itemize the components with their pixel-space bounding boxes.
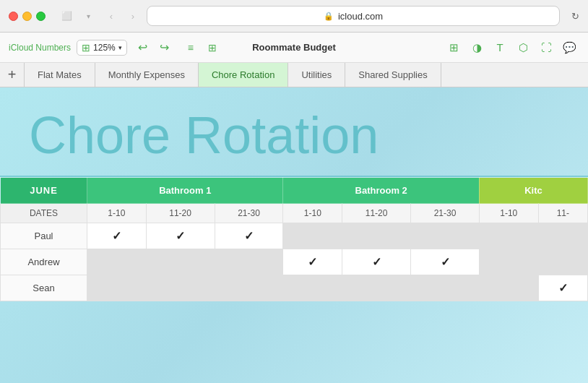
date-b1-1: 1-10 <box>87 204 147 223</box>
list-format-icon[interactable]: ≡ <box>181 38 201 58</box>
andrew-k1[interactable] <box>479 249 538 275</box>
title-bar: ⬜ ▾ ‹ › 🔒 icloud.com ↻ <box>0 0 588 32</box>
paul-k2[interactable] <box>538 223 587 249</box>
sean-b2-1[interactable] <box>283 275 342 301</box>
page-title: Chore Rotation <box>0 87 588 176</box>
andrew-row: Andrew <box>1 249 588 275</box>
paul-b1-2[interactable] <box>146 223 215 249</box>
andrew-name: Andrew <box>1 249 87 275</box>
sean-b2-3[interactable] <box>411 275 480 301</box>
add-sheet-button[interactable]: + <box>0 63 25 87</box>
app-right-controls: ⊞ ◑ T ⬡ ⛶ 💬 <box>444 38 579 58</box>
tab-monthly-expenses[interactable]: Monthly Expenses <box>95 63 199 87</box>
sean-b1-3[interactable] <box>215 275 283 301</box>
andrew-b2-3[interactable] <box>411 249 480 275</box>
tab-utilities[interactable]: Utilities <box>288 63 345 87</box>
traffic-lights <box>9 12 46 21</box>
minimize-button[interactable] <box>22 12 32 21</box>
insert-text-icon[interactable]: T <box>490 38 510 58</box>
address-bar[interactable]: 🔒 icloud.com <box>147 6 560 26</box>
app-brand: iCloud Numbers <box>9 43 71 53</box>
andrew-k2[interactable] <box>538 249 587 275</box>
insert-shape-icon[interactable]: ⬡ <box>513 38 533 58</box>
zoom-chevron-icon: ▾ <box>118 44 122 51</box>
close-button[interactable] <box>9 12 18 21</box>
dates-label: DATES <box>1 204 87 223</box>
andrew-b1-2[interactable] <box>146 249 215 275</box>
app-toolbar: iCloud Numbers ⊞ 125% ▾ ↩ ↪ ≡ ⊞ Roommate… <box>0 33 588 63</box>
paul-name: Paul <box>1 223 87 249</box>
date-b1-3: 21-30 <box>215 204 283 223</box>
app-left-controls: iCloud Numbers ⊞ 125% ▾ ↩ ↪ ≡ ⊞ <box>9 38 222 58</box>
back-button[interactable]: ‹ <box>103 9 119 22</box>
tab-flat-mates[interactable]: Flat Mates <box>25 63 95 87</box>
paul-b2-1[interactable] <box>283 223 342 249</box>
maximize-button[interactable] <box>36 12 46 21</box>
lock-icon: 🔒 <box>324 12 334 21</box>
sean-b1-2[interactable] <box>146 275 215 301</box>
table-format-icon[interactable]: ⊞ <box>202 38 222 58</box>
sheets-bar: + Flat Mates Monthly Expenses Chore Rota… <box>0 63 588 87</box>
andrew-b2-2[interactable] <box>342 249 411 275</box>
andrew-b2-1[interactable] <box>283 249 342 275</box>
chore-table-wrapper: JUNE Bathroom 1 Bathroom 2 Kitc DATES 1-… <box>0 177 588 301</box>
paul-row: Paul <box>1 223 588 249</box>
undo-button[interactable]: ↩ <box>133 38 153 58</box>
andrew-b1-1[interactable] <box>87 249 147 275</box>
window-chevron-icon[interactable]: ▾ <box>79 9 98 22</box>
sean-name: Sean <box>1 275 87 301</box>
insert-table-icon[interactable]: ⊞ <box>444 38 464 58</box>
paul-b1-3[interactable] <box>215 223 283 249</box>
format-toolbar-group: ≡ ⊞ <box>181 38 222 58</box>
insert-media-icon[interactable]: ⛶ <box>536 38 556 58</box>
insert-comment-icon[interactable]: 💬 <box>559 38 579 58</box>
sean-b2-2[interactable] <box>342 275 411 301</box>
sean-k1[interactable] <box>479 275 538 301</box>
date-b1-2: 11-20 <box>146 204 215 223</box>
sidebar-toggle-icon[interactable]: ⬜ <box>57 9 76 22</box>
date-b2-1: 1-10 <box>283 204 342 223</box>
left-toolbar-group: ↩ ↪ <box>133 38 175 58</box>
reload-button[interactable]: ↻ <box>571 11 579 22</box>
paul-b1-1[interactable] <box>87 223 147 249</box>
sean-b1-1[interactable] <box>87 275 147 301</box>
tab-chore-rotation[interactable]: Chore Rotation <box>199 63 288 87</box>
insert-chart-icon[interactable]: ◑ <box>467 38 487 58</box>
sean-k2[interactable] <box>538 275 587 301</box>
paul-b2-3[interactable] <box>411 223 480 249</box>
forward-button[interactable]: › <box>125 9 141 22</box>
window-controls: ⬜ ▾ <box>57 9 98 22</box>
date-k1: 1-10 <box>479 204 538 223</box>
chore-table: JUNE Bathroom 1 Bathroom 2 Kitc DATES 1-… <box>0 177 588 301</box>
dates-row: DATES 1-10 11-20 21-30 1-10 11-20 21-30 … <box>1 204 588 223</box>
kitchen-header: Kitc <box>479 178 587 204</box>
bathroom1-header: Bathroom 1 <box>87 178 283 204</box>
paul-k1[interactable] <box>479 223 538 249</box>
bathroom2-header: Bathroom 2 <box>283 178 479 204</box>
sean-row: Sean <box>1 275 588 301</box>
app-title: Roommate Budget <box>252 42 336 53</box>
browser-chrome: ⬜ ▾ ‹ › 🔒 icloud.com ↻ <box>0 0 588 33</box>
zoom-control[interactable]: ⊞ 125% ▾ <box>77 40 127 56</box>
date-b2-2: 11-20 <box>342 204 411 223</box>
month-header: JUNE <box>1 178 87 204</box>
andrew-b1-3[interactable] <box>215 249 283 275</box>
table-header-row: JUNE Bathroom 1 Bathroom 2 Kitc <box>1 178 588 204</box>
main-content: Chore Rotation JUNE Bathroom 1 Bathroom … <box>0 87 588 383</box>
tab-shared-supplies[interactable]: Shared Supplies <box>345 63 441 87</box>
redo-button[interactable]: ↪ <box>155 38 175 58</box>
paul-b2-2[interactable] <box>342 223 411 249</box>
zoom-label: 125% <box>93 43 116 53</box>
url-text: icloud.com <box>338 11 383 22</box>
table-icon: ⊞ <box>82 42 90 53</box>
date-k2: 11- <box>538 204 587 223</box>
date-b2-3: 21-30 <box>411 204 480 223</box>
